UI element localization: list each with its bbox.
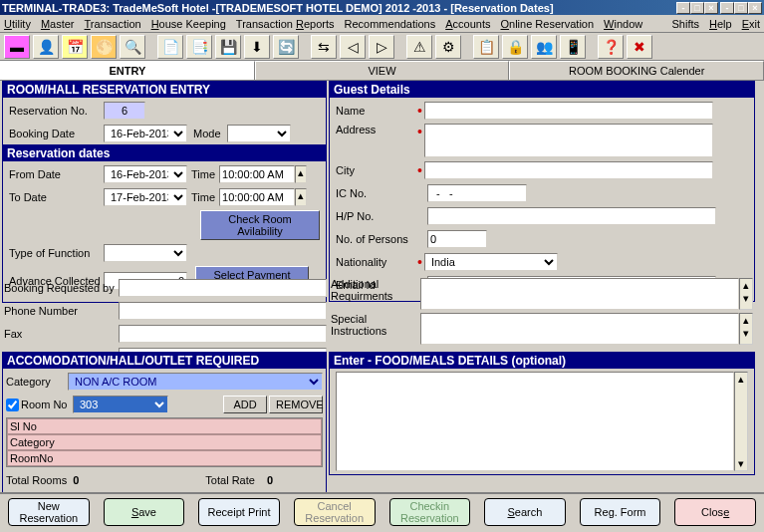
phone-input[interactable] — [119, 302, 327, 320]
toolbar-arrows-icon[interactable]: ⇆ — [311, 35, 337, 59]
check-availability-button[interactable]: Check Room Avilability — [200, 210, 320, 240]
total-rooms-value: 0 — [73, 474, 79, 486]
roomno-checkbox[interactable] — [6, 399, 19, 411]
close-window-button[interactable]: × — [704, 2, 718, 14]
save-button[interactable]: Save — [104, 498, 185, 526]
col-roomno: RoomNo — [7, 450, 322, 466]
time-stepper-1[interactable]: ▴ — [295, 165, 307, 183]
to-date-select[interactable]: 17-Feb-2013 — [104, 188, 187, 206]
menu-online-reservation[interactable]: Online Reservation — [501, 18, 595, 30]
scroll-icon[interactable]: ▴▾ — [739, 313, 753, 345]
toolbar-doc2-icon[interactable]: 📑 — [186, 35, 212, 59]
menu-exit[interactable]: Exit — [742, 18, 760, 30]
nop-input[interactable] — [427, 230, 487, 248]
menu-recommendations[interactable]: Recommendations — [345, 18, 436, 30]
cancel-reservation-button[interactable]: Cancel Reservation — [294, 498, 376, 526]
menu-window[interactable]: Window — [604, 18, 642, 30]
toolbar-device-icon[interactable]: 📱 — [560, 35, 586, 59]
search-button[interactable]: Search — [484, 498, 566, 526]
menu-transaction-reports[interactable]: Transaction Reports — [236, 18, 335, 30]
tab-view[interactable]: VIEW — [255, 61, 510, 80]
from-date-select[interactable]: 16-Feb-2013 — [104, 165, 187, 183]
toolbar-person-icon[interactable]: 👥 — [531, 35, 557, 59]
menu-shifts[interactable]: Shifts — [672, 18, 700, 30]
mode-select[interactable] — [227, 125, 291, 142]
menu-transaction[interactable]: Transaction — [85, 18, 141, 30]
label-to-date: To Date — [9, 191, 104, 203]
col-category: Category — [7, 434, 322, 450]
food-header: Enter - FOOD/MEALS DETAILS (optional) — [330, 353, 754, 369]
toolbar-help-icon[interactable]: ❓ — [598, 35, 624, 59]
toolbar-warning-icon[interactable]: ⚠ — [406, 35, 432, 59]
name-input[interactable] — [424, 102, 713, 120]
mdi-close-button[interactable]: × — [748, 2, 762, 14]
label-address: Address — [336, 124, 415, 135]
to-time-input[interactable] — [219, 188, 295, 206]
booking-date-select[interactable]: 16-Feb-2013 — [104, 125, 187, 142]
mdi-minimize-button[interactable]: - — [720, 2, 734, 14]
menu-accounts[interactable]: Accounts — [445, 18, 490, 30]
checkin-button[interactable]: Checkin Reservation — [389, 498, 471, 526]
addreq-input[interactable] — [420, 278, 739, 310]
restore-button[interactable]: □ — [690, 2, 704, 14]
receipt-print-button[interactable]: Receipt Print — [198, 498, 280, 526]
time-stepper-2[interactable]: ▴ — [295, 188, 307, 206]
required-icon: • — [417, 103, 422, 119]
title-bar: TERMINAL-TRADE3: TradeMeSoft Hotel -[TRA… — [0, 0, 764, 15]
icno-input[interactable] — [427, 184, 527, 202]
label-nop: No. of Persons — [336, 233, 415, 245]
spinst-input[interactable] — [420, 313, 739, 345]
label-time2: Time — [191, 191, 215, 203]
category-select[interactable]: NON A/C ROOM — [68, 373, 323, 391]
city-input[interactable] — [424, 161, 713, 179]
toolbar-user-icon[interactable]: 👤 — [33, 35, 59, 59]
label-phone: Phone Number — [4, 305, 119, 317]
menu-housekeeping[interactable]: House Keeping — [151, 18, 226, 30]
label-time1: Time — [191, 168, 215, 180]
toolbar-exit-icon[interactable]: ✖ — [627, 35, 652, 59]
menu-help[interactable]: Help — [709, 18, 732, 30]
hpno-input[interactable] — [427, 207, 716, 225]
food-details-input[interactable] — [336, 372, 734, 471]
menu-utility[interactable]: Utility — [4, 18, 31, 30]
remove-button[interactable]: REMOVE — [269, 396, 323, 413]
mdi-restore-button[interactable]: □ — [734, 2, 748, 14]
nationality-select[interactable]: India — [424, 253, 558, 271]
label-spinst: Special Instructions — [331, 313, 420, 337]
tab-entry[interactable]: ENTRY — [0, 61, 255, 80]
toolbar-list-icon[interactable]: 📋 — [473, 35, 499, 59]
toolbar-btn-1[interactable]: ▬ — [4, 35, 30, 59]
fax-input[interactable] — [119, 325, 327, 343]
reg-form-button[interactable]: Reg. Form — [580, 498, 661, 526]
label-total-rooms: Total Rooms — [6, 474, 67, 486]
toolbar-gear-icon[interactable]: ⚙ — [435, 35, 461, 59]
close-button[interactable]: Close — [674, 498, 756, 526]
type-function-select[interactable] — [104, 244, 187, 262]
toolbar-search-icon[interactable]: 🔍 — [120, 35, 145, 59]
toolbar-lock-icon[interactable]: 🔒 — [502, 35, 528, 59]
minimize-button[interactable]: - — [676, 2, 690, 14]
toolbar-next-icon[interactable]: ▷ — [369, 35, 394, 59]
toolbar-calendar-icon[interactable]: 📅 — [62, 35, 88, 59]
guest-header: Guest Details — [330, 82, 754, 98]
toolbar-prev-icon[interactable]: ◁ — [340, 35, 366, 59]
menu-master[interactable]: Master — [41, 18, 75, 30]
label-tof: Type of Function — [9, 247, 104, 259]
toolbar-refresh-icon[interactable]: 🔄 — [273, 35, 299, 59]
label-booking-date: Booking Date — [9, 128, 104, 139]
from-time-input[interactable] — [219, 165, 295, 183]
bookreq-input[interactable] — [119, 279, 327, 297]
roomno-select[interactable]: 303 — [73, 396, 168, 413]
toolbar-download-icon[interactable]: ⬇ — [244, 35, 270, 59]
tab-calendar[interactable]: ROOM BOOKING Calender — [509, 61, 764, 80]
new-reservation-button[interactable]: New Reservation — [8, 498, 90, 526]
toolbar-doc1-icon[interactable]: 📄 — [157, 35, 183, 59]
scroll-icon[interactable]: ▴▾ — [739, 278, 753, 310]
toolbar-event-icon[interactable]: 🌕 — [91, 35, 117, 59]
toolbar-save-icon[interactable]: 💾 — [215, 35, 241, 59]
label-roomno: Room No — [21, 399, 73, 410]
address-input[interactable] — [424, 124, 713, 157]
add-button[interactable]: ADD — [223, 396, 267, 413]
reservation-no-input[interactable] — [104, 102, 145, 120]
food-scrollbar[interactable]: ▴▾ — [734, 372, 748, 471]
